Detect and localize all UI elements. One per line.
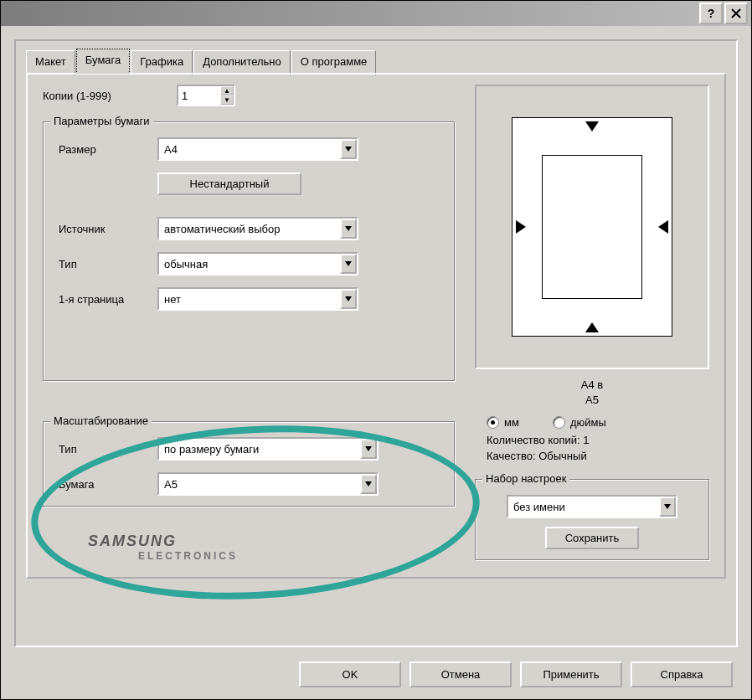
firstpage-value: нет <box>159 293 340 306</box>
preview-inner-page <box>542 155 642 299</box>
ok-button[interactable]: OK <box>299 661 401 687</box>
tab-body: Копии (1-999) ▲ ▼ Параметры бумаги Разме… <box>26 73 726 579</box>
right-column: A4 в A5 мм дюймы Количество копий: 1 Кач… <box>475 85 709 560</box>
tab-advanced[interactable]: Дополнительно <box>193 50 291 75</box>
title-bar: ? <box>1 1 751 26</box>
help-button[interactable]: ? <box>699 3 723 24</box>
copies-up[interactable]: ▲ <box>220 86 234 95</box>
scaling-paper-value: A5 <box>159 478 360 491</box>
cancel-button[interactable]: Отмена <box>409 661 512 687</box>
type-dropdown-button[interactable] <box>340 254 357 274</box>
preset-combo[interactable]: без имени <box>507 495 677 518</box>
unit-inches-label: дюймы <box>570 416 606 429</box>
scaling-type-dropdown-button[interactable] <box>360 439 377 459</box>
chevron-down-icon <box>365 446 372 451</box>
dialog-window: ? Макет Бумага Графика Дополнительно О п… <box>0 0 752 700</box>
scaling-paper-combo[interactable]: A5 <box>157 472 379 496</box>
scaling-type-combo[interactable]: по размеру бумаги <box>157 437 379 461</box>
firstpage-label: 1-я страница <box>54 293 157 306</box>
tab-paper[interactable]: Бумага <box>76 49 130 74</box>
preset-save-button[interactable]: Сохранить <box>545 527 639 549</box>
tab-about[interactable]: О программе <box>291 50 377 75</box>
paper-parameters-group: Параметры бумаги Размер A4 Нестандартный <box>43 121 455 381</box>
scaling-paper-dropdown-button[interactable] <box>360 474 377 494</box>
copies-label: Копии (1-999) <box>43 90 177 102</box>
source-combo[interactable]: автоматический выбор <box>157 217 358 240</box>
close-button[interactable] <box>724 3 748 24</box>
chevron-down-icon <box>345 261 352 266</box>
info-copies: Количество копий: 1 <box>475 432 709 448</box>
unit-mm-label: мм <box>504 416 519 429</box>
preview-caption: A4 в A5 <box>475 378 709 408</box>
dialog-panel: Макет Бумага Графика Дополнительно О про… <box>14 39 738 647</box>
apply-button[interactable]: Применить <box>520 661 622 687</box>
copies-input[interactable] <box>178 86 220 105</box>
unit-inches-radio[interactable]: дюймы <box>553 416 606 429</box>
size-dropdown-button[interactable] <box>340 139 357 159</box>
arrow-right-icon <box>516 220 526 234</box>
custom-size-button[interactable]: Нестандартный <box>157 172 301 195</box>
chevron-down-icon <box>365 481 372 486</box>
scaling-type-value: по размеру бумаги <box>159 443 360 456</box>
type-label: Тип <box>54 258 157 270</box>
units-row: мм дюймы <box>475 408 709 432</box>
tab-graphics[interactable]: Графика <box>131 50 193 75</box>
size-label: Размер <box>54 143 157 156</box>
tab-layout[interactable]: Макет <box>26 50 75 75</box>
chevron-down-icon <box>345 147 352 152</box>
size-combo[interactable]: A4 <box>157 137 358 161</box>
tab-strip: Макет Бумага Графика Дополнительно О про… <box>26 49 377 75</box>
arrow-down-icon <box>585 121 599 131</box>
arrow-left-icon <box>658 220 668 234</box>
source-dropdown-button[interactable] <box>340 219 357 239</box>
scaling-paper-label: Бумага <box>54 478 157 491</box>
firstpage-combo[interactable]: нет <box>157 287 358 311</box>
radio-icon <box>487 416 499 429</box>
source-label: Источник <box>54 223 157 235</box>
close-icon <box>731 8 741 18</box>
brand-logo: SAMSUNG ELECTRONICS <box>88 533 238 562</box>
left-column: Копии (1-999) ▲ ▼ Параметры бумаги Разме… <box>43 85 455 507</box>
copies-down[interactable]: ▼ <box>220 95 234 105</box>
firstpage-dropdown-button[interactable] <box>340 289 357 309</box>
source-value: автоматический выбор <box>159 223 340 235</box>
chevron-down-icon <box>345 296 352 301</box>
preset-group: Набор настроек без имени Сохранить <box>475 479 709 560</box>
paper-group-legend: Параметры бумаги <box>50 115 153 127</box>
preset-legend: Набор настроек <box>482 472 569 485</box>
info-quality: Качество: Обычный <box>475 448 709 464</box>
page-preview <box>475 85 709 369</box>
unit-mm-radio[interactable]: мм <box>487 416 519 429</box>
type-value: обычная <box>159 258 340 270</box>
copies-spinner[interactable]: ▲ ▼ <box>177 85 235 106</box>
arrow-up-icon <box>585 322 599 332</box>
preview-outer-page <box>512 117 672 337</box>
scaling-legend: Масштабирование <box>50 414 152 427</box>
chevron-down-icon <box>345 226 352 231</box>
size-value: A4 <box>159 143 340 156</box>
type-combo[interactable]: обычная <box>157 252 358 275</box>
question-icon: ? <box>708 7 715 20</box>
dialog-buttons: OK Отмена Применить Справка <box>299 661 733 687</box>
scaling-type-label: Тип <box>54 443 157 456</box>
radio-icon <box>553 416 565 429</box>
scaling-group: Масштабирование Тип по размеру бумаги Бу… <box>43 421 455 507</box>
preset-dropdown-button[interactable] <box>659 497 676 517</box>
help-button-bottom[interactable]: Справка <box>631 661 733 687</box>
preset-value: без имени <box>508 501 659 513</box>
chevron-down-icon <box>664 504 671 509</box>
